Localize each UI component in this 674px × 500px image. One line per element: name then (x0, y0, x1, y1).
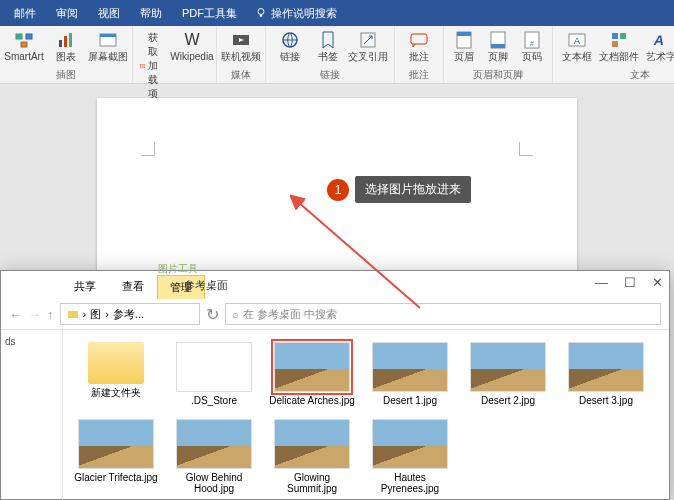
group-label: 媒体 (231, 67, 251, 83)
tab-view[interactable]: 查看 (109, 274, 157, 299)
tab-share[interactable]: 共享 (61, 274, 109, 299)
group-links: 链接 书签 交叉引用 链接 (266, 26, 395, 83)
svg-text:#: # (530, 40, 534, 47)
online-video-button[interactable]: 联机视频 (221, 28, 261, 62)
address-bar-row: ← → ↑ ›图›参考... ↻ ⌕ 在 参考桌面 中搜索 (1, 299, 669, 330)
file-explorer-window: 共享 查看 图片工具 管理 参考桌面 — ☐ ✕ ← → ↑ ›图›参考... … (0, 270, 670, 500)
forward-button[interactable]: → (28, 307, 41, 322)
chart-button[interactable]: 图表 (46, 28, 86, 62)
image-thumbnail (274, 419, 350, 469)
file-item[interactable]: Desert 3.jpg (561, 340, 651, 409)
image-thumbnail (274, 342, 350, 392)
link-button[interactable]: 链接 (270, 28, 310, 62)
svg-rect-1 (260, 15, 262, 17)
svg-rect-21 (491, 44, 505, 48)
file-item[interactable]: Desert 2.jpg (463, 340, 553, 409)
file-icon (176, 342, 252, 392)
word-tab-bar: 邮件 审阅 视图 帮助 PDF工具集 操作说明搜索 (0, 0, 674, 26)
search-icon: ⌕ (232, 308, 239, 320)
group-label: 插图 (56, 67, 76, 83)
group-addins: 获取加载项 我的加载项 WWikipedia 加载项 (133, 26, 217, 83)
svg-text:A: A (653, 32, 666, 48)
svg-rect-19 (457, 32, 471, 36)
tab-pdf[interactable]: PDF工具集 (172, 0, 247, 26)
margin-corner-icon (519, 142, 533, 156)
screenshot-button[interactable]: 屏幕截图 (88, 28, 128, 62)
tab-view[interactable]: 视图 (88, 0, 130, 26)
image-thumbnail (470, 342, 546, 392)
image-thumbnail (568, 342, 644, 392)
image-thumbnail (78, 419, 154, 469)
footer-button[interactable]: 页脚 (482, 28, 514, 62)
group-label: 批注 (409, 67, 429, 83)
svg-rect-5 (59, 40, 62, 47)
svg-point-0 (258, 9, 264, 15)
breadcrumb-bar[interactable]: ›图›参考... (60, 303, 200, 325)
folder-icon (67, 308, 79, 320)
pagenum-button[interactable]: #页码 (516, 28, 548, 62)
file-item[interactable]: Glacier Trifecta.jpg (71, 417, 161, 497)
svg-text:W: W (184, 31, 200, 48)
group-label: 链接 (320, 67, 340, 83)
quickparts-button[interactable]: 文档部件 (599, 28, 639, 62)
group-label: 页眉和页脚 (473, 67, 523, 83)
wikipedia-button[interactable]: WWikipedia (172, 28, 212, 62)
tab-help[interactable]: 帮助 (130, 0, 172, 26)
group-comments: 批注 批注 (395, 26, 444, 83)
tell-me-search[interactable]: 操作说明搜索 (247, 6, 345, 21)
image-thumbnail (372, 342, 448, 392)
svg-rect-9 (100, 34, 116, 37)
svg-rect-6 (64, 36, 67, 47)
file-name: Hautes Pyrenees.jpg (367, 472, 453, 495)
callout-text: 选择图片拖放进来 (355, 176, 471, 203)
comment-button[interactable]: 批注 (399, 28, 439, 62)
group-illustrations: SmartArt 图表 屏幕截图 插图 (0, 26, 133, 83)
up-button[interactable]: ↑ (47, 307, 54, 322)
bulb-icon (255, 7, 267, 19)
file-item[interactable]: 新建文件夹 (71, 340, 161, 409)
close-button[interactable]: ✕ (652, 275, 663, 290)
wordart-button[interactable]: A艺术字 (641, 28, 674, 62)
svg-text:A: A (574, 36, 580, 46)
smartart-button[interactable]: SmartArt (4, 28, 44, 62)
bookmark-button[interactable]: 书签 (312, 28, 344, 62)
svg-rect-7 (69, 33, 72, 47)
file-name: 新建文件夹 (91, 387, 141, 399)
file-item[interactable]: Delicate Arches.jpg (267, 340, 357, 409)
tab-mail[interactable]: 邮件 (4, 0, 46, 26)
refresh-button[interactable]: ↻ (206, 305, 219, 324)
window-title: 参考桌面 (171, 273, 241, 298)
explorer-search[interactable]: ⌕ 在 参考桌面 中搜索 (225, 303, 662, 325)
crossref-button[interactable]: 交叉引用 (346, 28, 390, 62)
maximize-button[interactable]: ☐ (624, 275, 636, 290)
tab-review[interactable]: 审阅 (46, 0, 88, 26)
tell-me-placeholder: 操作说明搜索 (271, 6, 337, 21)
header-button[interactable]: 页眉 (448, 28, 480, 62)
svg-rect-26 (612, 33, 618, 39)
file-item[interactable]: Desert 1.jpg (365, 340, 455, 409)
file-item[interactable]: Glow Behind Hood.jpg (169, 417, 259, 497)
file-item[interactable]: Hautes Pyrenees.jpg (365, 417, 455, 497)
file-name: Desert 3.jpg (579, 395, 633, 407)
group-label: 文本 (630, 67, 650, 83)
back-button[interactable]: ← (9, 307, 22, 322)
group-text: A文本框 文档部件 A艺术字 A首字下沉 文本 (553, 26, 674, 83)
callout-annotation: 1 选择图片拖放进来 (327, 176, 471, 203)
explorer-sidebar[interactable]: ds (1, 330, 63, 500)
file-name: Glowing Summit.jpg (269, 472, 355, 495)
file-item[interactable]: Glowing Summit.jpg (267, 417, 357, 497)
textbox-button[interactable]: A文本框 (557, 28, 597, 62)
svg-rect-3 (26, 34, 32, 39)
file-name: Desert 1.jpg (383, 395, 437, 407)
file-name: Glacier Trifecta.jpg (74, 472, 157, 484)
image-thumbnail (372, 419, 448, 469)
margin-corner-icon (141, 142, 155, 156)
minimize-button[interactable]: — (595, 275, 608, 290)
explorer-file-pane[interactable]: 新建文件夹.DS_StoreDelicate Arches.jpgDesert … (63, 330, 669, 500)
group-header-footer: 页眉 页脚 #页码 页眉和页脚 (444, 26, 553, 83)
svg-rect-28 (612, 41, 618, 47)
folder-icon (88, 342, 144, 384)
file-name: .DS_Store (191, 395, 237, 407)
group-media: 联机视频 媒体 (217, 26, 266, 83)
file-item[interactable]: .DS_Store (169, 340, 259, 409)
